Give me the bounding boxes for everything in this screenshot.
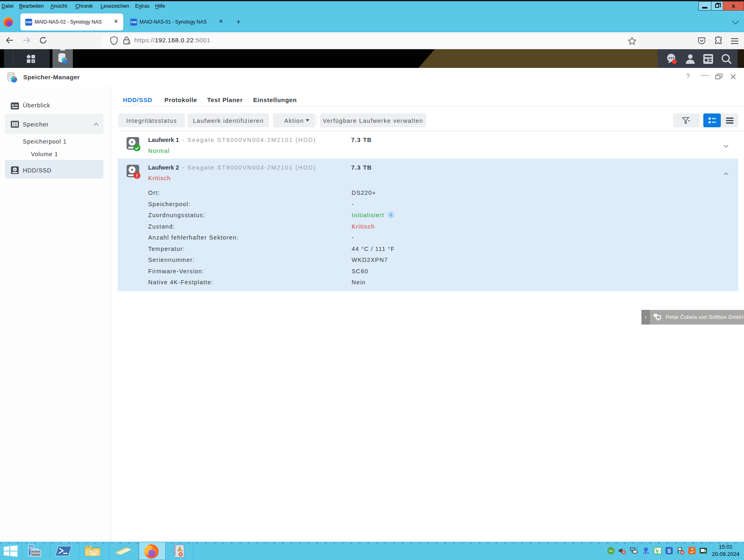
svg-text:?: ? [659,550,661,553]
svg-text:sbx: sbx [609,549,613,552]
svg-text:S: S [667,548,671,554]
svg-text:!: ! [179,548,180,551]
